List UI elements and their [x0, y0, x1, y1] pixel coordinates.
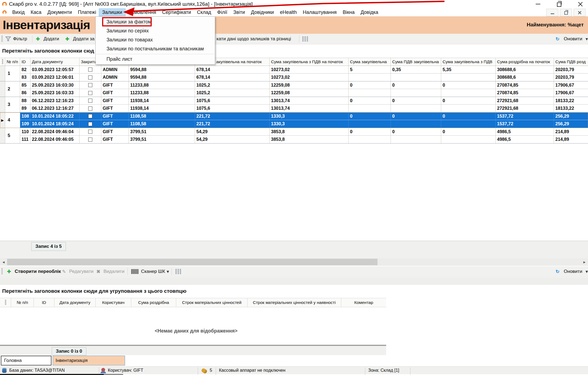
grid2-column-header-7[interactable]: Коментар: [341, 298, 386, 307]
tab-holovna[interactable]: Головна: [1, 356, 51, 365]
grid2-column-header-4[interactable]: Сума роздрібна: [131, 298, 176, 307]
columns-icon[interactable]: [302, 34, 308, 44]
closed-checkbox[interactable]: [88, 83, 92, 87]
table-row-id-82[interactable]: 8203.09.2023 12:05:57ADMIN9594,88678,141…: [20, 66, 588, 74]
table-row-id-89[interactable]: 8906.12.2023 12:16:27GIFT11938,141075,61…: [20, 105, 588, 112]
closed-checkbox[interactable]: [88, 130, 92, 134]
cell: GIFT: [101, 105, 129, 112]
table-row-id-83[interactable]: 8303.09.2023 12:06:01ADMIN9594,88678,141…: [20, 74, 588, 81]
grid1-column-header-10[interactable]: Сума закупівельна з ПДВ: [441, 58, 496, 66]
closed-checkbox[interactable]: [88, 106, 92, 111]
mdi-close-button[interactable]: [574, 9, 586, 16]
dropdown-item-4[interactable]: Прайс лист: [96, 55, 215, 64]
grid1-column-header-8[interactable]: Сума закупівельна: [349, 58, 391, 66]
tab-inventaryzatsiia[interactable]: Інвентаризація: [53, 356, 125, 365]
mdi-minimize-icon: [551, 13, 554, 14]
grid2-column-header-6[interactable]: Строк матеріальних цінностей у наявності: [248, 298, 341, 307]
app-window: Скарб pro v. 4.0.2.77 [ІД: 969] - [Апт №…: [0, 0, 588, 375]
calc-remains-button[interactable]: кати дані щодо залишків та різниці: [217, 34, 291, 44]
toolbar-grip[interactable]: [1, 268, 3, 275]
table-row-id-88[interactable]: 8806.12.2023 12:16:23GIFT11938,141075,61…: [20, 97, 588, 105]
dropdown-item-1[interactable]: Залишки по серіях: [96, 26, 215, 35]
grid1-column-header-12[interactable]: Сума ПДВ розд: [554, 58, 588, 66]
table-row-id-110[interactable]: 11022.08.2024 09:46:04GIFT3799,5154,2938…: [20, 128, 588, 136]
edit-button[interactable]: Редагувати: [69, 266, 93, 277]
grid2-column-header-1[interactable]: ID: [34, 298, 54, 307]
table-row-id-111[interactable]: 11122.08.2024 09:46:05GIFT3799,5154,2938…: [20, 136, 588, 143]
refresh-button[interactable]: Оновити: [564, 34, 582, 44]
header-grip-icon: [0, 298, 11, 307]
filter-button[interactable]: Фільтр: [13, 34, 27, 44]
table-row-id-85[interactable]: 8525.09.2023 16:03:30GIFT11233,881025,21…: [20, 81, 588, 89]
menu-item-7[interactable]: Склад: [194, 9, 214, 16]
grid1-column-header-11[interactable]: Сума роздрібна на початок: [496, 58, 554, 66]
grid1-column-header-1[interactable]: ID: [20, 58, 31, 66]
menu-item-14[interactable]: Довідка: [358, 9, 381, 16]
refresh-caret-icon[interactable]: ▾: [586, 34, 588, 44]
grid1-column-header-2[interactable]: Дата документу: [31, 58, 80, 66]
grid1-header-row: № п/пIDДата документуЗакритиакупівельна …: [0, 58, 588, 66]
menu-item-4[interactable]: Залишки: [99, 9, 125, 16]
closed-checkbox[interactable]: [88, 68, 92, 72]
closed-checkbox[interactable]: [88, 138, 92, 142]
table-row-id-109[interactable]: 10910.01.2024 18:05:24GIFT1108,58221,721…: [20, 120, 588, 128]
grid1-group-1: 18203.09.2023 12:05:57ADMIN9594,88678,14…: [0, 66, 588, 81]
cell: 17906,67: [554, 81, 588, 89]
scroll-left-icon[interactable]: ◄: [0, 258, 7, 266]
mdi-restore-button[interactable]: [560, 9, 572, 16]
menu-item-10[interactable]: Довідники: [248, 9, 277, 16]
table-row-id-86[interactable]: 8625.09.2023 16:03:33GIFT11233,881025,21…: [20, 89, 588, 97]
close-button[interactable]: [574, 0, 587, 8]
closed-checkbox[interactable]: [88, 75, 92, 80]
grid2-column-header-5[interactable]: Строк матеріальних цінностей: [176, 298, 248, 307]
create-recount-button[interactable]: Створити переоблік: [15, 266, 61, 277]
closed-checkbox[interactable]: [88, 91, 92, 95]
menu-item-6[interactable]: Сертифікати: [159, 9, 194, 16]
menu-item-2[interactable]: Документи: [44, 9, 75, 16]
mdi-minimize-button[interactable]: [546, 9, 558, 16]
grid1-column-header-7[interactable]: Сума закупівельна з ПДВ на початок: [270, 58, 349, 66]
menu-item-5[interactable]: Замовлення: [125, 9, 159, 16]
grid1-column-header-0[interactable]: № п/п: [5, 58, 20, 66]
cell: 0: [441, 81, 496, 89]
table-row-id-108[interactable]: 10810.01.2024 18:05:22GIFT1108,58221,721…: [20, 112, 588, 120]
closed-checkbox[interactable]: [88, 114, 92, 118]
minimize-button[interactable]: [531, 0, 545, 8]
grid2-column-header-0[interactable]: № п/п: [11, 298, 34, 307]
grid2-column-header-2[interactable]: Дата документу: [54, 298, 96, 307]
delete-button[interactable]: Видалити: [103, 266, 124, 277]
menu-item-1[interactable]: Каса: [28, 9, 45, 16]
restore-button[interactable]: [552, 0, 566, 8]
menu-item-11[interactable]: eHealth: [277, 9, 300, 16]
menu-item-3[interactable]: Платежі: [75, 9, 99, 16]
scrollbar-thumb[interactable]: [7, 259, 377, 265]
cell: 10273,02: [270, 66, 349, 73]
horizontal-scrollbar[interactable]: ◄ ►: [0, 258, 588, 266]
refresh-button[interactable]: Оновити: [564, 266, 582, 277]
toolbar-grip[interactable]: [1, 36, 3, 42]
menu-item-12[interactable]: Налаштування: [300, 9, 340, 16]
columns-icon[interactable]: [175, 266, 181, 277]
barcode-scanner-button[interactable]: Сканер ШК: [141, 266, 165, 277]
grid2-column-header-3[interactable]: Користувач: [96, 298, 131, 307]
status-separator: [410, 367, 410, 375]
cell: 10273,02: [270, 74, 349, 81]
cell: 1537,72: [496, 112, 554, 120]
closed-checkbox[interactable]: [88, 99, 92, 103]
menu-item-13[interactable]: Вікна: [340, 9, 358, 16]
grid1-column-header-9[interactable]: Сума ПДВ закупівельна: [391, 58, 441, 66]
scroll-right-icon[interactable]: ►: [581, 258, 588, 266]
cell: 85: [20, 81, 31, 89]
menu-item-9[interactable]: Звіти: [230, 9, 248, 16]
cell: 20203,79: [554, 66, 588, 73]
add-button[interactable]: Додати: [44, 34, 59, 44]
dropdown-item-3[interactable]: Залишки по постачальникам та власникам: [96, 44, 215, 53]
menu-item-8[interactable]: Філії: [214, 9, 230, 16]
close-icon: [578, 2, 583, 7]
dropdown-item-2[interactable]: Залишки по товарах: [96, 35, 215, 44]
scanner-caret-icon[interactable]: ▾: [167, 266, 169, 277]
menu-item-0[interactable]: Вихід: [9, 9, 28, 16]
cash-device-status: Кассовый аппарат не подключен: [219, 367, 285, 374]
refresh-caret-icon[interactable]: ▾: [586, 266, 588, 277]
closed-checkbox[interactable]: [88, 122, 92, 126]
